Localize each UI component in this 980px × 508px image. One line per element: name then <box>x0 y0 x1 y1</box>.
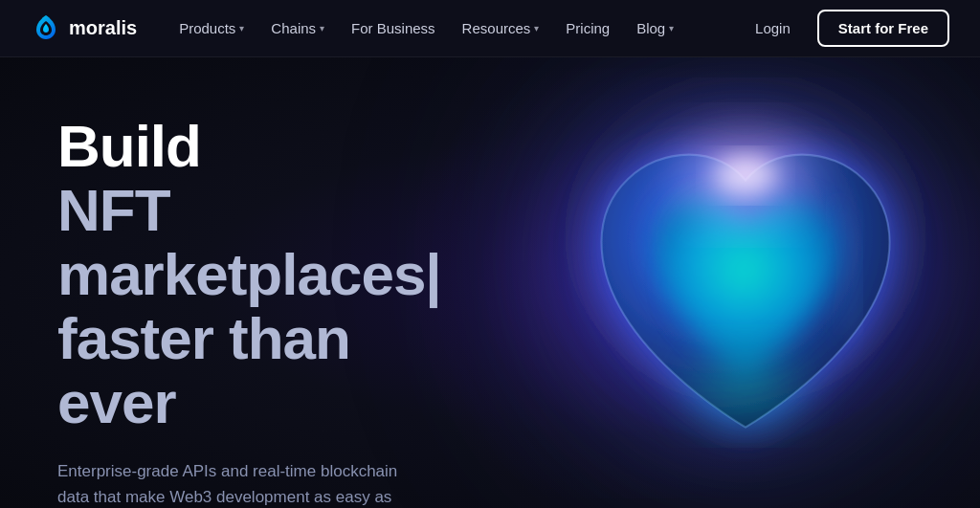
nav-blog-label: Blog <box>636 20 665 36</box>
hero-subtitle: Enterprise-grade APIs and real-time bloc… <box>57 458 421 508</box>
nav-item-blog[interactable]: Blog ▾ <box>625 12 685 44</box>
nav-resources-label: Resources <box>462 20 531 36</box>
start-for-free-button[interactable]: Start for Free <box>817 10 949 47</box>
nav-pricing-label: Pricing <box>566 20 610 36</box>
hero-title-line1: Build <box>57 113 201 179</box>
logo[interactable]: moralis <box>31 13 137 44</box>
hero-title: Build NFT marketplaces| faster than ever <box>57 115 479 435</box>
nav-item-for-business[interactable]: For Business <box>340 12 447 44</box>
navbar: moralis Products ▾ Chains ▾ For Business… <box>0 0 980 57</box>
chevron-down-icon: ▾ <box>320 23 324 33</box>
nav-chains-label: Chains <box>271 20 316 36</box>
svg-point-4 <box>694 355 797 417</box>
nav-item-resources[interactable]: Resources ▾ <box>451 12 551 44</box>
logo-text: moralis <box>69 17 137 39</box>
chevron-down-icon: ▾ <box>239 23 244 33</box>
nav-forbusiness-label: For Business <box>351 20 435 36</box>
login-button[interactable]: Login <box>744 12 802 44</box>
hero-content: Build NFT marketplaces| faster than ever… <box>0 57 536 508</box>
logo-icon <box>31 13 61 44</box>
chevron-down-icon: ▾ <box>534 23 539 33</box>
hero-section: Build NFT marketplaces| faster than ever… <box>0 57 980 508</box>
svg-point-3 <box>715 156 777 193</box>
chevron-down-icon: ▾ <box>669 23 674 33</box>
nav-products-label: Products <box>179 20 235 36</box>
hero-title-line2: NFT marketplaces| <box>57 177 441 307</box>
nav-links: Products ▾ Chains ▾ For Business Resourc… <box>167 12 744 44</box>
hero-illustration <box>540 77 951 489</box>
nav-item-pricing[interactable]: Pricing <box>554 12 621 44</box>
nav-item-chains[interactable]: Chains ▾ <box>259 12 336 44</box>
hero-title-line3: faster than ever <box>57 305 350 435</box>
nav-right: Login Start for Free <box>744 10 949 47</box>
heart-svg <box>540 77 951 489</box>
nav-item-products[interactable]: Products ▾ <box>167 12 256 44</box>
